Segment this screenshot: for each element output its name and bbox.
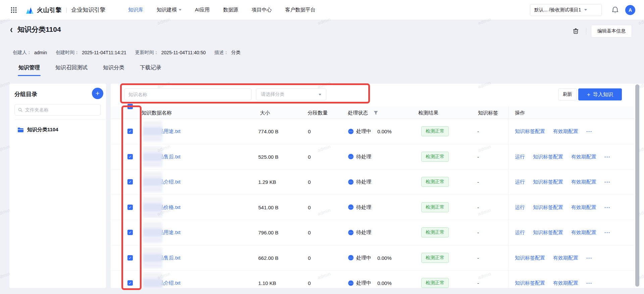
file-name-link[interactable]: 商品价格.txt [154, 204, 180, 210]
folder-search-input[interactable] [25, 107, 97, 113]
brand-divider: | [66, 7, 67, 13]
status-processing-icon: ⋯ [348, 280, 354, 286]
action-link[interactable]: 有效期配置 [571, 153, 596, 160]
status-label: 待处理 [356, 229, 371, 236]
scrollbar-track[interactable] [635, 84, 644, 288]
meta-label: 描述： [214, 50, 228, 56]
row-checkbox[interactable]: ✓ [127, 154, 133, 159]
updated-time-value: 2025-11-04T11:40:50 [161, 50, 206, 55]
volcano-logo-icon [25, 6, 34, 14]
row-checkbox[interactable]: ✓ [127, 205, 133, 210]
checkbox-check-icon: ✓ [127, 230, 133, 235]
table-row: ✓商品用途.txt796.00 B0⋯待处理检测正常-运行知识标签配置有效期配置… [111, 220, 635, 245]
tab-download-records[interactable]: 下载记录 [140, 64, 161, 76]
column-header-size: 大小 [260, 106, 270, 119]
action-link[interactable]: 运行 [515, 229, 525, 236]
action-link[interactable]: 知识标签配置 [515, 280, 545, 286]
more-actions-icon[interactable]: ··· [586, 255, 592, 261]
import-knowledge-button[interactable]: + 导入知识 [578, 88, 622, 100]
status-processing-icon: ⋯ [348, 179, 354, 185]
action-link[interactable]: 知识标签配置 [533, 153, 563, 160]
chevron-down-icon [319, 94, 321, 95]
more-actions-icon[interactable]: ··· [604, 179, 610, 185]
status-processing-icon: ⋯ [348, 230, 354, 235]
redaction-blur-block [143, 171, 162, 178]
category-select[interactable]: 请选择分类 [256, 88, 326, 100]
menu-item-customer-data-platform[interactable]: 客户数据平台 [285, 7, 315, 13]
more-actions-icon[interactable]: ··· [586, 129, 592, 134]
checkbox-check-icon: ✓ [127, 280, 133, 286]
user-avatar[interactable]: A [625, 5, 635, 15]
action-link[interactable]: 知识标签配置 [515, 128, 545, 135]
file-name-link[interactable]: 商品用途.txt [154, 128, 180, 135]
meta-label: 创建时间： [56, 50, 79, 56]
file-name-link[interactable]: 商品介绍.txt [154, 280, 180, 286]
status-processing-icon: ⋯ [348, 129, 354, 134]
edit-basic-info-button[interactable]: 编辑基本信息 [591, 25, 632, 38]
redaction-blur-block [143, 136, 162, 142]
tab-knowledge-management[interactable]: 知识管理 [18, 64, 40, 76]
action-link[interactable]: 知识标签配置 [515, 254, 545, 261]
status-processing-icon: ⋯ [348, 205, 354, 210]
actions-cell: 知识标签配置有效期配置··· [515, 128, 592, 135]
brand-logo[interactable]: 火山引擎 | 企业知识引擎 [25, 6, 105, 14]
app-launcher-icon[interactable] [10, 6, 17, 14]
action-link[interactable]: 有效期配置 [571, 229, 596, 236]
status-progress: 0.00% [377, 129, 392, 134]
plus-icon: + [587, 92, 590, 97]
status-label: 处理中 [356, 254, 371, 261]
row-checkbox[interactable]: ✓ [127, 129, 133, 134]
action-link[interactable]: 有效期配置 [553, 280, 578, 286]
group-directory-panel: 分组目录 + 知识分类1104 [9, 84, 106, 288]
menu-item-data-source[interactable]: 数据源 [223, 7, 238, 13]
tab-knowledge-category[interactable]: 知识分类 [103, 64, 124, 76]
divider [14, 120, 106, 120]
status-cell: ⋯待处理 [348, 153, 371, 160]
action-link[interactable]: 运行 [515, 204, 525, 210]
delete-icon[interactable] [570, 25, 581, 37]
more-actions-icon[interactable]: ··· [586, 280, 592, 286]
scrollbar-thumb[interactable] [635, 84, 639, 287]
row-checkbox[interactable]: ✓ [127, 230, 133, 235]
refresh-button[interactable]: 刷新 [558, 88, 577, 100]
row-checkbox[interactable]: ✓ [127, 280, 133, 286]
action-link[interactable]: 有效期配置 [571, 204, 596, 210]
segment-count: 0 [308, 179, 311, 185]
file-name-link[interactable]: 商品介绍.txt [154, 179, 180, 185]
project-selector[interactable]: 默认... /验收测试项目1 [530, 4, 602, 16]
status-filter-icon[interactable] [374, 106, 378, 119]
knowledge-name-search-input[interactable] [124, 88, 252, 100]
menu-item-ai-apps[interactable]: AI应用 [195, 7, 210, 13]
tab-knowledge-recall-test[interactable]: 知识召回测试 [55, 64, 88, 76]
action-link[interactable]: 有效期配置 [553, 128, 578, 135]
more-actions-icon[interactable]: ··· [604, 204, 610, 210]
table-row: ✓商品售后.txt525.00 B0⋯待处理检测正常-运行知识标签配置有效期配置… [111, 144, 635, 170]
row-checkbox[interactable]: ✓ [127, 255, 133, 261]
action-link[interactable]: 知识标签配置 [533, 229, 563, 236]
menu-item-project-center[interactable]: 项目中心 [252, 7, 272, 13]
action-link[interactable]: 运行 [515, 153, 525, 160]
folder-tree-item[interactable]: 知识分类1104 [17, 127, 58, 133]
back-button[interactable]: ‹ [10, 24, 13, 34]
redaction-blur-block [143, 212, 162, 218]
more-actions-icon[interactable]: ··· [604, 154, 610, 159]
menu-item-knowledge-modeling[interactable]: 知识建模 [157, 7, 181, 13]
file-name-link[interactable]: 商品售后.txt [154, 153, 180, 160]
status-cell: ⋯待处理 [348, 229, 371, 236]
select-all-checkbox[interactable]: ✓ [127, 104, 133, 109]
action-link[interactable]: 知识标签配置 [533, 179, 563, 185]
actions-cell: 运行知识标签配置有效期配置··· [515, 204, 610, 210]
action-link[interactable]: 有效期配置 [553, 254, 578, 261]
row-checkbox[interactable]: ✓ [127, 179, 133, 185]
file-name-link[interactable]: 商品用途.txt [154, 229, 180, 236]
file-name-link[interactable]: 商品售后.txt [154, 254, 180, 261]
more-actions-icon[interactable]: ··· [604, 230, 610, 235]
notification-bell-icon[interactable] [612, 6, 619, 14]
action-link[interactable]: 知识标签配置 [533, 204, 563, 210]
menu-item-knowledge-base[interactable]: 知识库 [128, 7, 143, 13]
add-group-button[interactable]: + [92, 88, 103, 99]
status-cell: ⋯待处理 [348, 179, 371, 185]
action-link[interactable]: 有效期配置 [571, 179, 596, 185]
action-link[interactable]: 运行 [515, 179, 525, 185]
status-cell: ⋯处理中0.00% [348, 128, 392, 135]
